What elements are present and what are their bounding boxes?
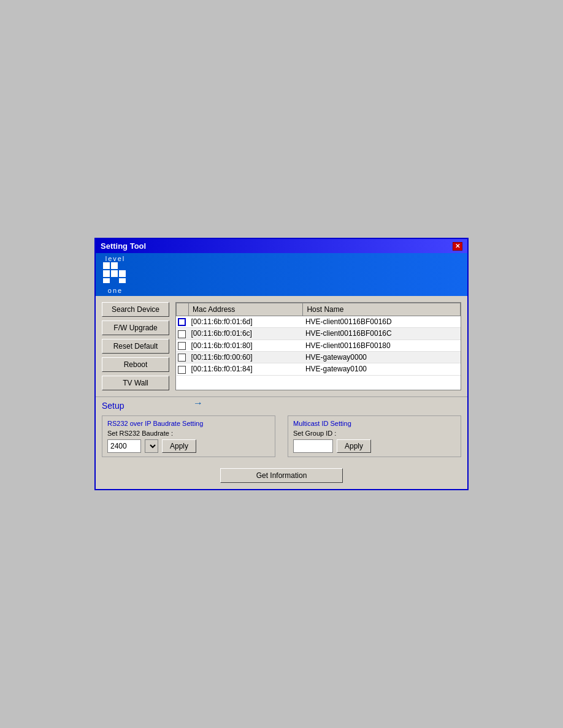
host-name-cell: HVE-gateway0100 bbox=[303, 363, 461, 375]
reset-default-button[interactable]: Reset Default bbox=[102, 339, 169, 354]
setup-section: Setup RS232 over IP Baudrate Setting Set… bbox=[96, 396, 467, 463]
mac-address-cell: [00:11:6b:f0:01:6d] bbox=[189, 316, 303, 328]
multicast-row: Apply bbox=[293, 439, 456, 453]
multicast-title: Multicast ID Setting bbox=[293, 420, 456, 427]
host-name-cell: HVE-client00116BF00180 bbox=[303, 339, 461, 351]
multicast-label: Set Group ID : bbox=[293, 430, 456, 437]
header-bar: level one bbox=[96, 253, 467, 296]
bottom-button-row: Get Information bbox=[96, 463, 467, 489]
device-table: Mac Address Host Name [00:11:6b:f0:01:6d… bbox=[176, 303, 461, 376]
title-bar: Setting Tool ✕ bbox=[96, 239, 467, 253]
logo-icon bbox=[103, 262, 128, 287]
logo-level-text: level bbox=[105, 255, 126, 262]
row-checkbox[interactable] bbox=[178, 318, 186, 326]
mac-address-cell: [00:11:6b:f0:01:6c] bbox=[189, 328, 303, 339]
mac-address-cell: [00:11:6b:f0:01:84] bbox=[189, 363, 303, 375]
svg-rect-2 bbox=[103, 270, 110, 277]
logo: level one bbox=[103, 255, 128, 294]
svg-rect-6 bbox=[119, 278, 126, 283]
mac-address-cell: [00:11:6b:f0:00:60] bbox=[189, 351, 303, 363]
svg-rect-3 bbox=[111, 270, 118, 277]
host-name-cell: HVE-client00116BF0016D bbox=[303, 316, 461, 328]
table-row[interactable]: [00:11:6b:f0:01:6c]HVE-client00116BF0016… bbox=[177, 328, 461, 339]
row-checkbox[interactable] bbox=[178, 330, 186, 338]
rs232-dropdown[interactable]: ▼ bbox=[145, 439, 158, 453]
reboot-button[interactable]: Reboot bbox=[102, 357, 169, 372]
logo-one-text: one bbox=[108, 287, 123, 294]
svg-rect-0 bbox=[103, 262, 110, 269]
content-area: Search Device F/W Upgrade Reset Default … bbox=[96, 296, 467, 396]
host-name-cell: HVE-gateway0000 bbox=[303, 351, 461, 363]
multicast-apply-button[interactable]: Apply bbox=[337, 439, 371, 453]
table-row[interactable]: [00:11:6b:f0:01:80]HVE-client00116BF0018… bbox=[177, 339, 461, 351]
arrow-annotation: → bbox=[193, 398, 203, 409]
device-table-container: Mac Address Host Name [00:11:6b:f0:01:6d… bbox=[175, 302, 461, 390]
svg-rect-1 bbox=[111, 262, 118, 269]
window-title: Setting Tool bbox=[101, 241, 146, 251]
rs232-label: Set RS232 Baudrate : bbox=[107, 430, 270, 437]
tv-wall-button[interactable]: TV Wall bbox=[102, 376, 169, 390]
rs232-row: ▼ Apply bbox=[107, 439, 270, 453]
table-row[interactable]: [00:11:6b:f0:00:60]HVE-gateway0000 bbox=[177, 351, 461, 363]
get-information-button[interactable]: Get Information bbox=[220, 468, 343, 483]
setup-panels: RS232 over IP Baudrate Setting Set RS232… bbox=[102, 415, 461, 457]
svg-rect-5 bbox=[103, 278, 110, 283]
col-mac-header: Mac Address bbox=[189, 303, 303, 316]
col-host-header: Host Name bbox=[303, 303, 461, 316]
rs232-input[interactable] bbox=[107, 439, 141, 453]
table-row[interactable]: [00:11:6b:f0:01:6d]HVE-client00116BF0016… bbox=[177, 316, 461, 328]
mac-address-cell: [00:11:6b:f0:01:80] bbox=[189, 339, 303, 351]
multicast-input[interactable] bbox=[293, 439, 333, 453]
row-checkbox[interactable] bbox=[178, 366, 186, 374]
rs232-panel: RS232 over IP Baudrate Setting Set RS232… bbox=[102, 415, 275, 457]
close-button[interactable]: ✕ bbox=[453, 242, 462, 251]
multicast-panel: Multicast ID Setting Set Group ID : Appl… bbox=[288, 415, 461, 457]
main-window: Setting Tool ✕ level one bbox=[94, 238, 469, 490]
setup-title: Setup bbox=[102, 401, 461, 411]
host-name-cell: HVE-client00116BF0016C bbox=[303, 328, 461, 339]
search-device-button[interactable]: Search Device bbox=[102, 302, 169, 317]
fw-upgrade-button[interactable]: F/W Upgrade bbox=[102, 320, 169, 335]
left-buttons-panel: Search Device F/W Upgrade Reset Default … bbox=[102, 302, 169, 390]
row-checkbox[interactable] bbox=[178, 354, 186, 362]
table-row[interactable]: [00:11:6b:f0:01:84]HVE-gateway0100 bbox=[177, 363, 461, 375]
svg-rect-4 bbox=[119, 270, 126, 277]
rs232-apply-button[interactable]: Apply bbox=[162, 439, 196, 453]
rs232-title: RS232 over IP Baudrate Setting bbox=[107, 420, 270, 427]
col-checkbox bbox=[177, 303, 189, 316]
row-checkbox[interactable] bbox=[178, 342, 186, 350]
